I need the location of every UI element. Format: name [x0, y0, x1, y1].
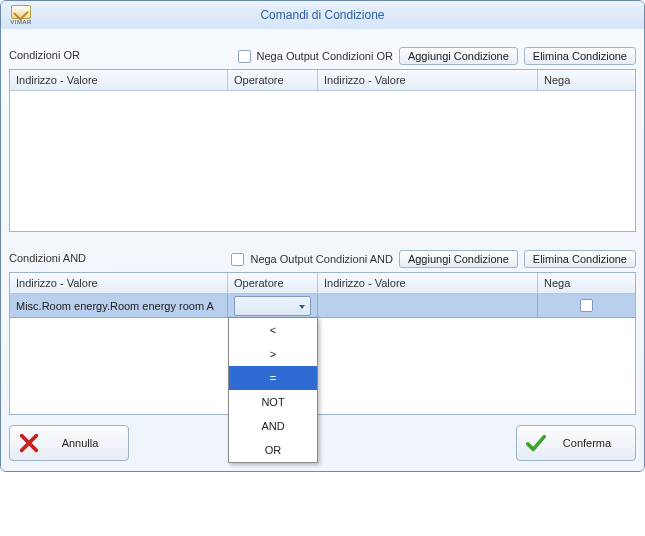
window-title: Comandi di Condizione	[1, 8, 644, 22]
and-col-addr2[interactable]: Indirizzo - Valore	[318, 273, 538, 293]
or-col-addr1[interactable]: Indirizzo - Valore	[10, 70, 228, 90]
table-row[interactable]: Misc.Room energy.Room energy room A	[10, 294, 635, 318]
cell-addr2[interactable]	[318, 294, 538, 317]
operator-option[interactable]: AND	[229, 414, 317, 438]
operator-option[interactable]: NOT	[229, 390, 317, 414]
operator-option[interactable]: >	[229, 342, 317, 366]
and-section-title: Condizioni AND	[9, 252, 86, 268]
or-neg-checkbox[interactable]	[238, 50, 251, 63]
confirm-icon	[525, 432, 547, 454]
operator-option[interactable]: OR	[229, 438, 317, 462]
neg-row-checkbox[interactable]	[580, 299, 593, 312]
or-col-addr2[interactable]: Indirizzo - Valore	[318, 70, 538, 90]
cancel-button[interactable]: Annulla	[9, 425, 129, 461]
cell-addr1-text: Misc.Room energy.Room energy room A	[16, 300, 214, 312]
cell-operator[interactable]	[228, 294, 318, 317]
and-table: Indirizzo - Valore Operatore Indirizzo -…	[9, 272, 636, 415]
operator-dropdown[interactable]: <>=NOTANDOR	[228, 317, 318, 463]
and-section-bar: Condizioni AND Nega Output Condizioni AN…	[9, 250, 636, 268]
condition-commands-window: VIMAR Comandi di Condizione Condizioni O…	[0, 0, 645, 472]
or-delete-condition-button[interactable]: Elimina Condizione	[524, 47, 636, 65]
or-neg-label: Nega Output Condizioni OR	[257, 50, 393, 62]
or-section-bar: Condizioni OR Nega Output Condizioni OR …	[9, 47, 636, 65]
and-col-addr1[interactable]: Indirizzo - Valore	[10, 273, 228, 293]
or-table: Indirizzo - Valore Operatore Indirizzo -…	[9, 69, 636, 232]
operator-option[interactable]: <	[229, 318, 317, 342]
confirm-button[interactable]: Conferma	[516, 425, 636, 461]
or-add-condition-button[interactable]: Aggiungi Condizione	[399, 47, 518, 65]
cell-addr1[interactable]: Misc.Room energy.Room energy room A	[10, 294, 228, 317]
confirm-label: Conferma	[547, 437, 627, 449]
and-delete-condition-button[interactable]: Elimina Condizione	[524, 250, 636, 268]
titlebar: VIMAR Comandi di Condizione	[1, 1, 644, 29]
and-add-condition-button[interactable]: Aggiungi Condizione	[399, 250, 518, 268]
or-bar-right: Nega Output Condizioni OR Aggiungi Condi…	[238, 47, 636, 65]
or-table-body	[10, 91, 635, 231]
and-table-header: Indirizzo - Valore Operatore Indirizzo -…	[10, 273, 635, 294]
and-col-operator[interactable]: Operatore	[228, 273, 318, 293]
cancel-label: Annulla	[40, 437, 120, 449]
content-area: Condizioni OR Nega Output Condizioni OR …	[1, 29, 644, 471]
cancel-icon	[18, 432, 40, 454]
and-table-body: Misc.Room energy.Room energy room A	[10, 294, 635, 414]
cell-neg[interactable]	[538, 294, 635, 317]
and-neg-checkbox[interactable]	[231, 253, 244, 266]
operator-combobox[interactable]	[234, 296, 311, 316]
and-neg-label: Nega Output Condizioni AND	[250, 253, 392, 265]
operator-option[interactable]: =	[229, 366, 317, 390]
and-col-neg[interactable]: Nega	[538, 273, 635, 293]
or-section-title: Condizioni OR	[9, 49, 80, 65]
footer: Annulla Conferma	[9, 425, 636, 461]
or-table-header: Indirizzo - Valore Operatore Indirizzo -…	[10, 70, 635, 91]
or-col-neg[interactable]: Nega	[538, 70, 635, 90]
or-col-operator[interactable]: Operatore	[228, 70, 318, 90]
and-bar-right: Nega Output Condizioni AND Aggiungi Cond…	[231, 250, 636, 268]
